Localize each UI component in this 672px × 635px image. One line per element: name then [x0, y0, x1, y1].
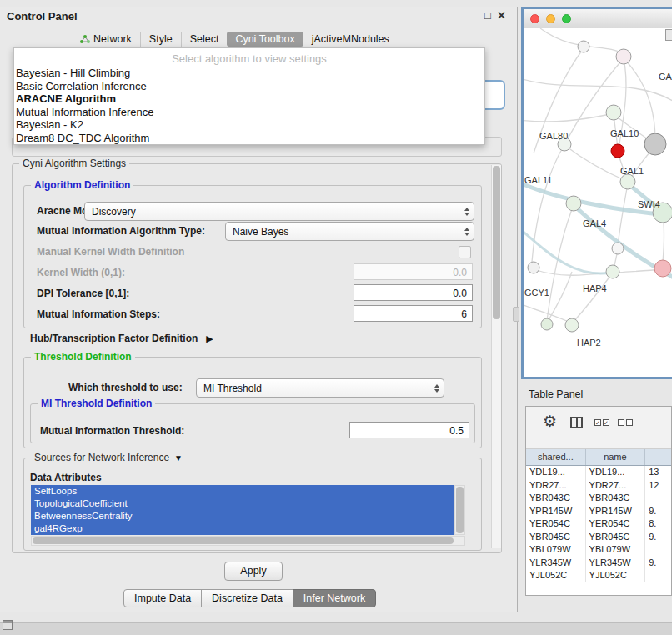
hub-definition-toggle[interactable]: Hub/Transcription Factor Definition ▶ [30, 332, 213, 344]
algorithm-option[interactable]: Mutual Information Inference [14, 106, 484, 119]
float-window-icon[interactable]: □ [484, 9, 491, 22]
cell: YBR045C [526, 531, 586, 544]
checked-box-icon: ✓ [594, 419, 601, 426]
network-node[interactable] [565, 318, 579, 332]
network-node[interactable] [606, 105, 621, 120]
close-window-icon[interactable]: ✕ [497, 9, 506, 22]
dpi-tolerance-field[interactable]: 0.0 [354, 284, 473, 301]
network-node[interactable] [606, 265, 619, 278]
list-horizontal-scrollbar[interactable] [31, 536, 465, 546]
panel-dock-icon[interactable] [3, 620, 13, 630]
tab-network[interactable]: Network [71, 32, 140, 47]
aracne-mode-select[interactable]: Discovery [84, 202, 474, 221]
tab-impute-data[interactable]: Impute Data [123, 589, 202, 608]
column-header-name[interactable]: name [586, 449, 646, 465]
table-row[interactable]: YBR043CYBR043C [526, 492, 671, 505]
kernel-width-field: 0.0 [354, 263, 473, 280]
panel-collapse-handle[interactable] [513, 307, 519, 322]
cell: YDL19... [586, 466, 646, 479]
algorithm-option[interactable]: Bayesian - K2 [14, 118, 484, 132]
manual-kernel-label: Manual Kernel Width Definition [37, 246, 184, 258]
network-node[interactable] [612, 242, 624, 254]
cell: YBR043C [586, 492, 646, 505]
network-node[interactable] [528, 262, 539, 273]
mi-type-select[interactable]: Naive Bayes [225, 222, 474, 241]
tab-discretize-data[interactable]: Discretize Data [201, 589, 293, 608]
app-root: Control Panel □ ✕ Network Style Select C… [0, 0, 672, 635]
cell: YLR345W [526, 557, 586, 570]
network-node[interactable] [616, 49, 631, 64]
network-node-label: SWI4 [638, 199, 660, 209]
list-item-selected[interactable]: BetweennessCentrality [31, 510, 454, 522]
chevron-updown-icon [460, 228, 474, 236]
close-traffic-light-icon[interactable] [530, 14, 539, 23]
table-row[interactable]: YLR345WYLR345W9. [526, 557, 671, 570]
column-header-shared[interactable]: shared... [526, 449, 586, 465]
table-row[interactable]: YER054CYER054C8. [526, 518, 671, 531]
manual-kernel-checkbox[interactable] [459, 246, 471, 258]
algorithm-option-selected[interactable]: ARACNE Algorithm [14, 92, 484, 106]
tab-style-label: Style [149, 33, 173, 45]
network-node[interactable] [566, 196, 581, 211]
list-item-selected[interactable]: SelfLoops [31, 485, 454, 498]
algorithm-option[interactable]: Bayesian - Hill Climbing [14, 67, 484, 80]
cell: YBL079W [526, 543, 586, 557]
network-node[interactable] [654, 260, 671, 277]
network-window-titlebar[interactable] [524, 9, 672, 28]
network-node[interactable] [578, 41, 589, 52]
table-row[interactable]: YDL19...YDL19...13 [526, 466, 671, 479]
network-node-label: GAL [659, 72, 672, 82]
overview-toggle-icon[interactable] [665, 29, 672, 41]
chevron-updown-icon [460, 208, 474, 216]
tab-select[interactable]: Select [181, 32, 228, 47]
minimize-traffic-light-icon[interactable] [546, 14, 555, 23]
zoom-traffic-light-icon[interactable] [562, 14, 571, 23]
tab-infer-network[interactable]: Infer Network [293, 589, 376, 608]
columns-icon[interactable] [570, 417, 583, 428]
network-tab-icon [79, 34, 90, 44]
list-vertical-scrollbar[interactable] [454, 485, 465, 535]
column-header-cut[interactable] [645, 449, 671, 465]
collapsed-arrow-icon: ▶ [206, 333, 213, 344]
network-node[interactable] [620, 174, 635, 189]
tab-style[interactable]: Style [140, 32, 181, 47]
tab-cyni-toolbox[interactable]: Cyni Toolbox [227, 32, 303, 47]
tab-jactivemnodules[interactable]: jActiveMNodules [303, 32, 398, 47]
network-node-highlighted[interactable] [611, 144, 624, 158]
cell: 9. [645, 557, 671, 570]
table-row[interactable]: YJL052CYJL052C [526, 569, 671, 582]
apply-button[interactable]: Apply [224, 562, 283, 581]
algorithm-option[interactable]: Basic Correlation Inference [14, 80, 484, 93]
table-row[interactable]: YPR145WYPR145W9. [526, 505, 671, 518]
network-canvas[interactable]: GAL80 GAL10 GAL11 GAL1 SWI4 GAL4 GCY1 HA… [524, 28, 672, 379]
network-node[interactable] [644, 133, 666, 155]
list-vscrollbar-thumb[interactable] [456, 487, 464, 533]
list-hscrollbar-thumb[interactable] [33, 538, 454, 544]
network-node-label: HAP2 [577, 338, 601, 348]
aracne-mode-value: Discovery [85, 206, 460, 218]
which-threshold-select[interactable]: MI Threshold [196, 378, 444, 398]
algorithm-option[interactable]: Dream8 DC_TDC Algorithm [14, 132, 484, 145]
table-row[interactable]: YBL079WYBL079W [526, 543, 671, 557]
table-row[interactable]: YBR045CYBR045C9. [526, 531, 671, 544]
network-node-label: GAL10 [610, 128, 639, 138]
mi-threshold-field[interactable]: 0.5 [349, 422, 469, 438]
settings-scrollbar-thumb[interactable] [493, 166, 500, 319]
which-threshold-value: MI Threshold [197, 382, 430, 394]
network-node-label: GAL80 [539, 131, 568, 141]
mi-steps-field[interactable]: 6 [354, 305, 473, 322]
cell: YER054C [526, 518, 586, 531]
network-node-label: GAL1 [620, 166, 644, 176]
network-node[interactable] [541, 318, 553, 330]
table-row[interactable]: YDR27...YDR27...12 [526, 479, 671, 492]
list-item-selected[interactable]: TopologicalCoefficient [31, 498, 454, 510]
table-header-row: shared... name [526, 449, 671, 466]
deselect-all-checkboxes-icon[interactable] [618, 419, 633, 426]
expanded-arrow-icon: ▼ [174, 453, 183, 462]
settings-scrollbar[interactable] [491, 165, 501, 548]
select-all-checkboxes-icon[interactable]: ✓ ✓ [594, 419, 609, 426]
list-item-selected[interactable]: gal4RGexp [31, 522, 454, 535]
gear-icon[interactable]: ⚙ [543, 412, 557, 431]
sources-group-title: Sources for Network Inference [34, 452, 169, 463]
sources-group-header[interactable]: Sources for Network Inference ▼ [31, 452, 186, 463]
